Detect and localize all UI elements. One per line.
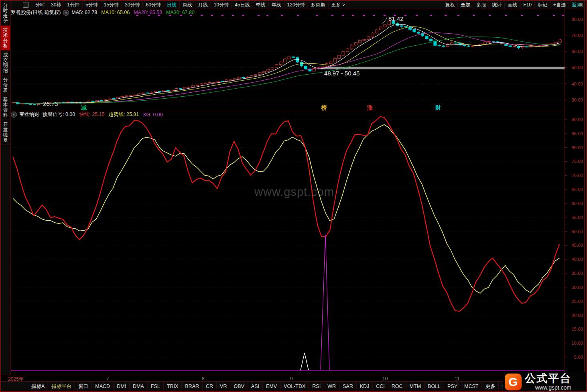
sidebar-item-kaipanla-replay[interactable]: 开盘啦复 (1, 120, 10, 145)
sidebar-item-technical-analysis[interactable]: 技术分析 (1, 26, 10, 51)
gspt-logo: G 公式平台 www.gspt.com (503, 372, 587, 392)
indicator-axis-label: 65.00 (571, 187, 583, 192)
bottom-indicator-macd[interactable]: MACD (92, 382, 114, 391)
bottom-indicator-fsl[interactable]: FSL (148, 382, 164, 391)
period-toolbar: 分时30秒1分钟5分钟15分钟30分钟60分钟日线周线月线10分钟45日线季线年… (10, 1, 585, 9)
window-icon[interactable] (23, 2, 28, 8)
period-60min[interactable]: 60分钟 (143, 1, 164, 9)
func-overlay[interactable]: 叠加 (458, 1, 473, 9)
collapse-main-icon[interactable]: v (63, 10, 69, 16)
period-30min[interactable]: 30分钟 (122, 1, 143, 9)
period-weekly[interactable]: 周线 (180, 1, 195, 9)
indicator-axis-label: 15.00 (571, 327, 583, 331)
indicator-toolbar: 指标A指标平台窗口MACDDMIDMAFSLTRIXBRARCRVROBVASI… (1, 381, 587, 392)
period-daily[interactable]: 日线 (164, 1, 180, 9)
bottom-indicator-roc[interactable]: ROC (388, 382, 406, 391)
indicator-axis-label: 35.00 (571, 271, 583, 276)
bottom-indicator-trix[interactable]: TRIX (164, 382, 182, 391)
indicator-axis-label: 90.00 (571, 117, 583, 122)
left-sidebar: 分时走势技术分析成交明细分价表基本资料开盘啦复 (1, 1, 10, 375)
bottom-indicator-cr[interactable]: CR (203, 382, 217, 391)
func-f10[interactable]: F10 (520, 1, 535, 9)
bottom-indicator-dma[interactable]: DMA (130, 382, 148, 391)
bottom-indicator-mtm[interactable]: MTM (406, 382, 425, 391)
ma30-value: MA30: 67.80 (166, 10, 195, 15)
bottom-indicator-cci[interactable]: CCI (373, 382, 388, 391)
main-axis-label: 80.00 (571, 17, 583, 22)
indicator-axis-label: 40.00 (571, 257, 583, 262)
indicator-axis-label: 50.00 (571, 229, 583, 234)
period-5min[interactable]: 5分钟 (83, 1, 101, 9)
main-axis-label: 40.00 (571, 81, 583, 86)
bottom-indicator-vr[interactable]: VR (217, 382, 230, 391)
period-more[interactable]: 更多 > (329, 1, 348, 9)
xaxis-month-label: 8 (202, 376, 205, 382)
bottom-indicator-asi[interactable]: ASI (248, 382, 263, 391)
xaxis-month-label: 9 (290, 376, 293, 382)
stock-info-bar: 罗曼股份(日线 前复权) v MA5: 62.78 MA10: 65.06 MA… (11, 9, 563, 16)
period-timeshare[interactable]: 分时 (32, 1, 48, 9)
period-15min[interactable]: 15分钟 (101, 1, 122, 9)
period-10min[interactable]: 10分钟 (211, 1, 232, 9)
bottom-indicator-boll[interactable]: BOLL (425, 382, 444, 391)
period-quarter[interactable]: 季线 (253, 1, 269, 9)
indicator-header: v 宝盆纳财 预警信号: 0.00 快线: 25.15 趋势线: 25.81 X… (11, 111, 563, 118)
xaxis-month-label: 7 (106, 376, 109, 382)
xg-value: XG: 0.00 (143, 112, 162, 118)
func-adjust[interactable]: 复权 (442, 1, 458, 9)
indicator-plot-area[interactable] (11, 118, 565, 375)
sidebar-item-fundamentals[interactable]: 基本资料 (1, 95, 10, 120)
indicator-axis-label: 30.00 (571, 285, 583, 290)
func-add-watchlist[interactable]: +自选 (550, 1, 569, 9)
bottom-indicator-kdj[interactable]: KDJ (357, 382, 373, 391)
indicator-axis-label: 55.00 (571, 215, 583, 220)
stock-title: 罗曼股份(日线 前复权) (11, 9, 61, 16)
bottom-indicator-wr[interactable]: WR (324, 382, 339, 391)
func-mark[interactable]: 标记 (535, 1, 550, 9)
alert-signal-value: 预警信号: 0.00 (43, 111, 75, 118)
period-yearly[interactable]: 年线 (269, 1, 284, 9)
bottom-indicator-sar[interactable]: SAR (339, 382, 357, 391)
ma20-value: MA20: 65.53 (134, 10, 162, 15)
bottom-indicator-rsi[interactable]: RSI (309, 382, 324, 391)
indicator-axis-label: 25.00 (571, 299, 583, 304)
period-monthly[interactable]: 月线 (195, 1, 211, 9)
bottom-window-layout[interactable]: 窗口 (75, 382, 92, 391)
func-stats[interactable]: 统计 (489, 1, 505, 9)
right-price-axis: 80.0070.0060.0050.0040.0030.0090.0085.00… (565, 1, 585, 392)
sidebar-item-trade-detail[interactable]: 成交明细 (1, 51, 10, 75)
bottom-indicator-mcst[interactable]: MCST (461, 382, 482, 391)
indicator-axis-label: 10.00 (571, 341, 583, 345)
xaxis-row: 2025年 7891011 (1, 375, 565, 382)
bottom-indicator-psy[interactable]: PSY (444, 382, 461, 391)
indicator-axis-label: 60.00 (571, 201, 583, 206)
bottom-indicator-a[interactable]: 指标A (28, 382, 48, 391)
bottom-indicator-platform[interactable]: 指标平台 (48, 382, 75, 391)
main-chart-plot-area[interactable] (11, 17, 565, 111)
bottom-indicator-dmi[interactable]: DMI (114, 382, 130, 391)
period-45day[interactable]: 45日线 (232, 1, 253, 9)
diamond-icon[interactable]: ◇ (572, 2, 578, 8)
window-right-edge (584, 1, 586, 392)
indicator-axis-label: 20.00 (571, 313, 583, 318)
period-1min[interactable]: 1分钟 (64, 1, 83, 9)
ma5-value: MA5: 62.78 (71, 10, 97, 15)
indicator-axis-label: 70.00 (571, 173, 583, 178)
main-axis-label: 70.00 (571, 33, 583, 38)
period-30s[interactable]: 30秒 (48, 1, 64, 9)
gspt-g-icon: G (505, 374, 522, 390)
sidebar-item-intraday[interactable]: 分时走势 (1, 1, 10, 26)
func-multistock[interactable]: 多股 (473, 1, 489, 9)
period-multi[interactable]: 多周期 (308, 1, 329, 9)
collapse-indicator-icon[interactable]: v (11, 112, 17, 118)
func-drawline[interactable]: 画线 (505, 1, 520, 9)
bottom-indicator-obv[interactable]: OBV (230, 382, 248, 391)
bottom-indicator-vol-tdx[interactable]: VOL-TDX (280, 382, 309, 391)
indicator-axis-label: 75.00 (571, 159, 583, 164)
sidebar-item-price-table[interactable]: 分价表 (1, 75, 10, 95)
bottom-more-indicators[interactable]: 更多 (482, 382, 499, 391)
bottom-indicator-brar[interactable]: BRAR (182, 382, 203, 391)
bottom-indicator-emv[interactable]: EMV (263, 382, 280, 391)
indicator-axis-label: 5.00 (574, 355, 583, 360)
period-120min[interactable]: 120分钟 (284, 1, 308, 9)
